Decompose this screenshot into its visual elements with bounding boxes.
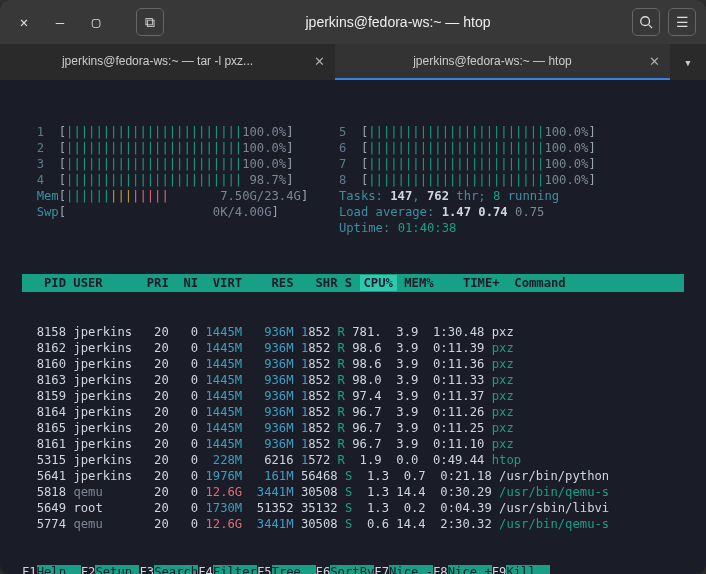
fkey-F1[interactable]: F1 — [22, 565, 37, 574]
minimize-icon[interactable]: — — [46, 8, 74, 36]
process-row[interactable]: 8163 jperkins 20 0 1445M 936M 1852 R 98.… — [22, 372, 684, 388]
tab-htop[interactable]: jperkins@fedora-ws:~ — htop ✕ — [335, 44, 670, 80]
process-row[interactable]: 5315 jperkins 20 0 228M 6216 1572 R 1.9 … — [22, 452, 684, 468]
tab-bar: jperkins@fedora-ws:~ — tar -l pxz... ✕ j… — [0, 44, 706, 80]
process-row[interactable]: 5641 jperkins 20 0 1976M 161M 56468 S 1.… — [22, 468, 684, 484]
titlebar: ✕ — ▢ ⧉ jperkins@fedora-ws:~ — htop ☰ — [0, 0, 706, 44]
process-row[interactable]: 8165 jperkins 20 0 1445M 936M 1852 R 96.… — [22, 420, 684, 436]
svg-point-0 — [641, 17, 650, 26]
fkey-F2[interactable]: F2 — [81, 565, 96, 574]
fkey-F8[interactable]: F8 — [433, 565, 448, 574]
fkey-F3[interactable]: F3 — [139, 565, 154, 574]
tab-label: jperkins@fedora-ws:~ — htop — [413, 54, 572, 68]
process-row[interactable]: 8162 jperkins 20 0 1445M 936M 1852 R 98.… — [22, 340, 684, 356]
new-terminal-button[interactable]: ⧉ — [136, 8, 164, 36]
tab-label: jperkins@fedora-ws:~ — tar -l pxz... — [62, 54, 253, 68]
svg-line-1 — [649, 25, 653, 29]
fkey-F6[interactable]: F6 — [316, 565, 331, 574]
process-row[interactable]: 8158 jperkins 20 0 1445M 936M 1852 R 781… — [22, 324, 684, 340]
process-row[interactable]: 8159 jperkins 20 0 1445M 936M 1852 R 97.… — [22, 388, 684, 404]
cpu-meter-2: 2 [||||||||||||||||||||||||100.0%] — [22, 140, 308, 156]
window-title: jperkins@fedora-ws:~ — htop — [172, 14, 624, 30]
cpu-meters-right: 5 [||||||||||||||||||||||||100.0%] 6 [||… — [324, 124, 596, 236]
process-header[interactable]: PID USER PRI NI VIRT RES SHR S CPU% MEM%… — [22, 274, 684, 292]
process-row[interactable]: 5774 qemu 20 0 12.6G 3441M 30508 S 0.6 1… — [22, 516, 684, 532]
close-icon[interactable]: ✕ — [314, 54, 325, 69]
process-row[interactable]: 5818 qemu 20 0 12.6G 3441M 30508 S 1.3 1… — [22, 484, 684, 500]
load-avg-line: Load average: 1.47 0.74 0.75 — [324, 204, 596, 220]
cpu-meter-7: 7 [||||||||||||||||||||||||100.0%] — [324, 156, 596, 172]
fkey-F5[interactable]: F5 — [257, 565, 272, 574]
tasks-line: Tasks: 147, 762 thr; 8 running — [324, 188, 596, 204]
chevron-down-icon[interactable]: ▾ — [670, 44, 706, 80]
process-row[interactable]: 8160 jperkins 20 0 1445M 936M 1852 R 98.… — [22, 356, 684, 372]
process-row[interactable]: 8161 jperkins 20 0 1445M 936M 1852 R 96.… — [22, 436, 684, 452]
cpu-meters-left: 1 [||||||||||||||||||||||||100.0%] 2 [||… — [22, 124, 308, 236]
swap-meter: Swp[ 0K/4.00G] — [22, 204, 308, 220]
cpu-meter-4: 4 [|||||||||||||||||||||||| 98.7%] — [22, 172, 308, 188]
cpu-meter-1: 1 [||||||||||||||||||||||||100.0%] — [22, 124, 308, 140]
cpu-meter-8: 8 [||||||||||||||||||||||||100.0%] — [324, 172, 596, 188]
terminal-output: 1 [||||||||||||||||||||||||100.0%] 2 [||… — [0, 80, 706, 574]
fkey-F9[interactable]: F9 — [492, 565, 507, 574]
meters-area: 1 [||||||||||||||||||||||||100.0%] 2 [||… — [22, 124, 684, 236]
uptime-line: Uptime: 01:40:38 — [324, 220, 596, 236]
search-icon[interactable] — [632, 8, 660, 36]
cpu-meter-5: 5 [||||||||||||||||||||||||100.0%] — [324, 124, 596, 140]
app-window: ✕ — ▢ ⧉ jperkins@fedora-ws:~ — htop ☰ jp… — [0, 0, 706, 574]
process-row[interactable]: 8164 jperkins 20 0 1445M 936M 1852 R 96.… — [22, 404, 684, 420]
cpu-meter-6: 6 [||||||||||||||||||||||||100.0%] — [324, 140, 596, 156]
fkey-F7[interactable]: F7 — [374, 565, 389, 574]
close-icon[interactable]: ✕ — [649, 54, 660, 69]
process-list: 8158 jperkins 20 0 1445M 936M 1852 R 781… — [22, 324, 684, 532]
function-keys-bar: F1Help F2Setup F3SearchF4FilterF5Tree F6… — [22, 564, 684, 574]
mem-meter: Mem[|||||||||||||| 7.50G/23.4G] — [22, 188, 308, 204]
fkey-F4[interactable]: F4 — [198, 565, 213, 574]
process-row[interactable]: 5649 root 20 0 1730M 51352 35132 S 1.3 0… — [22, 500, 684, 516]
menu-icon[interactable]: ☰ — [668, 8, 696, 36]
close-icon[interactable]: ✕ — [10, 8, 38, 36]
cpu-meter-3: 3 [||||||||||||||||||||||||100.0%] — [22, 156, 308, 172]
maximize-icon[interactable]: ▢ — [82, 8, 110, 36]
tab-tar[interactable]: jperkins@fedora-ws:~ — tar -l pxz... ✕ — [0, 44, 335, 80]
